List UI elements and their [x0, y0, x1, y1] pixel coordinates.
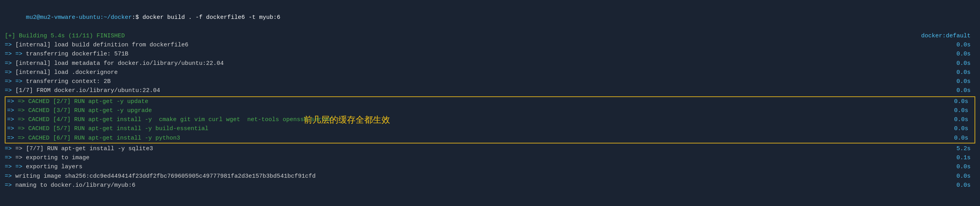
bottom-line-2: => => exporting to image 0.1s	[3, 153, 977, 162]
cached-line-3: => => CACHED [4/7] RUN apt-get install -…	[5, 115, 975, 124]
bottom-1-time: 5.2s	[952, 144, 975, 153]
bottom-3-text: exporting layers	[26, 164, 82, 170]
line-6: => [1/7] FROM docker.io/library/ubuntu:2…	[3, 86, 977, 95]
line-4: => [internal] load .dockerignore 0.0s	[3, 68, 977, 77]
line-3-text: [internal] load metadata for docker.io/l…	[15, 60, 224, 67]
docker-default-label: docker:default	[921, 31, 975, 40]
bottom-line-4: => writing image sha256:cdc9ed449414f23d…	[3, 172, 977, 181]
bottom-2-text: => exporting to image	[15, 154, 89, 161]
terminal: mu2@mu2-vmware-ubuntu:~/docker:$ docker …	[0, 2, 980, 191]
cached-line-2: => => CACHED [3/7] RUN apt-get -y upgrad…	[5, 106, 975, 115]
line-6-text: [1/7] FROM docker.io/library/ubuntu:22.0…	[15, 87, 160, 94]
line-4-time: 0.0s	[952, 68, 975, 77]
cached-line-5: => => CACHED [6/7] RUN apt-get install -…	[5, 134, 975, 143]
cached-2-text: => CACHED [3/7] RUN apt-get -y upgrade	[18, 107, 152, 114]
bottom-line-5: => naming to docker.io/library/myub:6 0.…	[3, 181, 977, 190]
building-text: [+] Building 5.4s (11/11) FINISHED	[5, 31, 921, 40]
line-4-text: [internal] load .dockerignore	[15, 69, 118, 76]
bottom-line-3: => => exporting layers 0.0s	[3, 162, 977, 171]
cached-5-time: 0.0s	[949, 134, 973, 143]
line-3: => [internal] load metadata for docker.i…	[3, 59, 977, 68]
line-6-time: 0.0s	[952, 86, 975, 95]
cache-annotation: 前几层的缓存全都生效	[304, 114, 390, 126]
prompt-line: mu2@mu2-vmware-ubuntu:~/docker:$ docker …	[3, 4, 977, 31]
prompt-user: mu2@mu2-vmware-ubuntu:~/docker	[26, 14, 132, 21]
line-3-time: 0.0s	[952, 59, 975, 68]
cached-3-text: => CACHED [4/7] RUN apt-get install -y c…	[18, 116, 332, 123]
bottom-4-time: 0.0s	[952, 172, 975, 181]
bottom-4-text: writing image sha256:cdc9ed449414f23ddf2…	[15, 173, 316, 180]
line-1-text: [internal] load build definition from do…	[15, 42, 188, 48]
prompt-command: $ docker build . -f dockerfile6 -t myub:…	[135, 14, 280, 21]
prompt-separator: :	[132, 14, 135, 21]
bottom-5-time: 0.0s	[952, 181, 975, 190]
cached-3-time: 0.0s	[949, 115, 973, 124]
cached-5-text: => CACHED [6/7] RUN apt-get install -y p…	[18, 135, 180, 142]
cached-1-text: => CACHED [2/7] RUN apt-get -y update	[18, 98, 148, 105]
building-line: [+] Building 5.4s (11/11) FINISHED docke…	[3, 31, 977, 40]
cached-2-time: 0.0s	[949, 106, 973, 115]
cached-line-1: => => CACHED [2/7] RUN apt-get -y update…	[5, 97, 975, 106]
bottom-3-time: 0.0s	[952, 162, 975, 171]
line-5: => => transferring context: 2B 0.0s	[3, 77, 977, 86]
bottom-1-text: => [7/7] RUN apt-get install -y sqlite3	[15, 145, 153, 152]
line-2: => => transferring dockerfile: 571B 0.0s	[3, 50, 977, 59]
line-1-time: 0.0s	[952, 40, 975, 50]
cached-line-4: => => CACHED [5/7] RUN apt-get install -…	[5, 124, 975, 133]
cached-4-time: 0.0s	[949, 124, 973, 133]
line-5-text: transferring context: 2B	[26, 78, 111, 85]
line-2-time: 0.0s	[952, 50, 975, 59]
cached-4-text: => CACHED [5/7] RUN apt-get install -y b…	[18, 125, 208, 132]
cached-1-time: 0.0s	[949, 97, 973, 106]
line-1: => [internal] load build definition from…	[3, 40, 977, 50]
bottom-2-time: 0.1s	[952, 153, 975, 162]
cached-block: => => CACHED [2/7] RUN apt-get -y update…	[5, 96, 975, 143]
line-2-text: transferring dockerfile: 571B	[26, 51, 128, 57]
bottom-line-1: => => [7/7] RUN apt-get install -y sqlit…	[3, 144, 977, 153]
line-5-time: 0.0s	[952, 77, 975, 86]
bottom-5-text: naming to docker.io/library/myub:6	[15, 182, 135, 189]
